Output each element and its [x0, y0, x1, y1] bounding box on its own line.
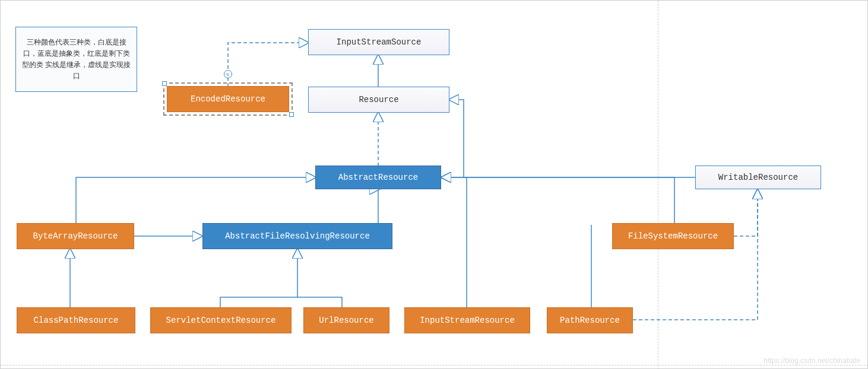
node-bytearrayresource[interactable]: ByteArrayResource [17, 223, 134, 249]
legend-text: 三种颜色代表三种类，白底是接口，蓝底是抽象类，红底是剩下类型的类 实线是继承，虚… [21, 37, 132, 82]
node-servletcontextresource[interactable]: ServletContextResource [150, 307, 292, 333]
node-label: Resource [359, 95, 398, 104]
node-pathresource[interactable]: PathResource [547, 307, 633, 333]
node-resource[interactable]: Resource [308, 87, 449, 113]
node-writableresource[interactable]: WritableResource [695, 166, 821, 189]
node-label: ByteArrayResource [33, 231, 118, 241]
node-inputstreamsource[interactable]: InputStreamSource [308, 29, 449, 55]
node-urlresource[interactable]: UrlResource [303, 307, 389, 333]
node-filesystemresource[interactable]: FileSystemResource [612, 223, 734, 249]
node-label: PathResource [560, 316, 620, 325]
node-label: UrlResource [319, 316, 373, 325]
node-label: AbstractFileResolvingResource [225, 231, 370, 241]
node-label: InputStreamResource [420, 316, 515, 325]
node-encodedresource[interactable]: ↻ EncodedResource [167, 86, 289, 112]
node-abstractfileresolvingresource[interactable]: AbstractFileResolvingResource [202, 223, 392, 249]
node-label: ClassPathResource [34, 316, 119, 325]
node-label: WritableResource [718, 173, 798, 182]
diagram-canvas[interactable]: 三种颜色代表三种类，白底是接口，蓝底是抽象类，红底是剩下类型的类 实线是继承，虚… [0, 0, 868, 369]
node-label: AbstractResource [338, 173, 418, 182]
rotate-handle-icon[interactable]: ↻ [224, 70, 232, 78]
legend-box: 三种颜色代表三种类，白底是接口，蓝底是抽象类，红底是剩下类型的类 实线是继承，虚… [15, 27, 137, 92]
guide-line [658, 1, 658, 369]
node-abstractresource[interactable]: AbstractResource [315, 166, 441, 189]
watermark-text: https://blog.csdn.net/chinabate [764, 357, 860, 365]
node-label: FileSystemResource [628, 231, 718, 241]
node-label: ServletContextResource [166, 316, 276, 325]
node-label: EncodedResource [191, 94, 265, 104]
node-inputstreamresource[interactable]: InputStreamResource [404, 307, 530, 333]
guide-line [1, 365, 868, 365]
node-label: InputStreamSource [337, 37, 422, 47]
node-classpathresource[interactable]: ClassPathResource [17, 307, 135, 333]
